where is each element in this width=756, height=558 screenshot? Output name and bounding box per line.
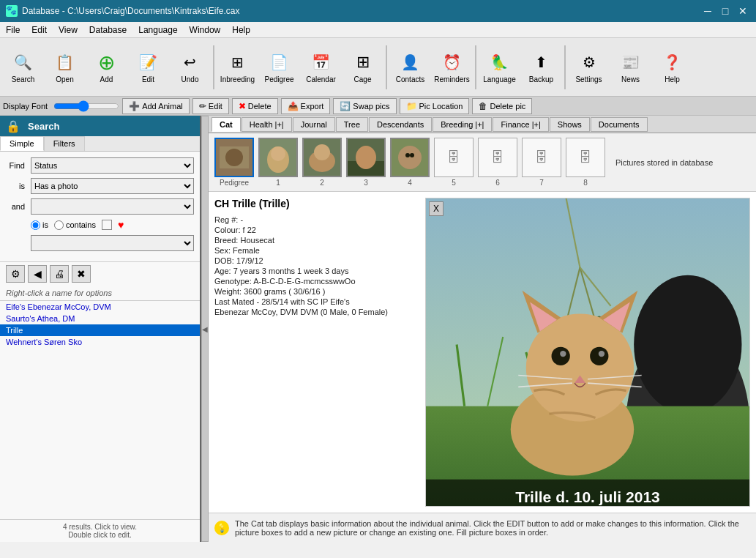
delete-pic-button[interactable]: 🗑 Delete pic (472, 98, 532, 114)
search-settings-btn[interactable]: ⚙ (6, 265, 25, 283)
result-item[interactable]: Saurto's Athea, DM (0, 313, 200, 324)
photo-placeholder-6[interactable]: 🗄 (478, 138, 517, 177)
display-font-label: Display Font (3, 102, 48, 111)
tab-tree[interactable]: Tree (336, 117, 368, 132)
tool-inbreeding[interactable]: ⊞ Inbreeding (217, 42, 258, 93)
photo-placeholder-8[interactable]: 🗄 (566, 138, 605, 177)
close-button[interactable]: ✕ (736, 4, 750, 18)
and-select[interactable] (31, 198, 194, 215)
tool-contacts[interactable]: 👤 Contacts (390, 42, 430, 93)
pic-location-icon: 📁 (406, 101, 417, 111)
info-breed: Breed: Housecat (214, 236, 419, 245)
edit-button[interactable]: ✏ Edit (192, 98, 229, 114)
svg-point-37 (590, 347, 608, 365)
tool-news[interactable]: 📰 News (610, 42, 651, 93)
tool-pedigree[interactable]: 📄 Pedigree (259, 42, 299, 93)
minimize-button[interactable]: ─ (700, 4, 715, 18)
cat-main-photo[interactable]: X (425, 198, 750, 507)
find-select[interactable]: Status Name Breed Colour (31, 157, 194, 174)
photo-thumb-2[interactable] (302, 138, 342, 177)
tab-journal[interactable]: Journal (293, 117, 335, 132)
photo-thumb-1[interactable] (258, 138, 298, 177)
photo-label-5: 5 (452, 179, 456, 187)
svg-point-8 (314, 144, 330, 160)
menu-file[interactable]: File (0, 23, 26, 37)
info-age: Age: 7 years 3 months 1 week 3 days (214, 267, 419, 275)
tab-filters[interactable]: Filters (44, 136, 85, 151)
photo-label-1: 1 (276, 179, 280, 187)
export-button[interactable]: 📤 Export (281, 98, 331, 114)
search-footer: 4 results. Click to view. Double click t… (0, 519, 200, 542)
result-item[interactable]: Eife's Ebenezar McCoy, DVM (0, 301, 200, 313)
svg-point-11 (356, 146, 376, 169)
delete-button[interactable]: ✖ Delete (232, 98, 278, 114)
status-icon: 💡 (214, 521, 229, 535)
info-sex: Sex: Female (214, 246, 419, 255)
result-item-selected[interactable]: Trille (0, 324, 200, 336)
photo-svg-3 (348, 139, 384, 176)
search-print-btn[interactable]: 🖨 (50, 265, 69, 283)
swap-pics-button[interactable]: 🔄 Swap pics (333, 98, 396, 114)
tool-edit[interactable]: 📝 Edit (128, 42, 168, 93)
add-animal-button[interactable]: ➕ Add Animal (122, 98, 190, 114)
extra-select[interactable] (31, 235, 194, 251)
tool-help[interactable]: ❓ Help (652, 42, 692, 93)
photo-thumb-3[interactable] (346, 138, 386, 177)
pic-location-button[interactable]: 📁 Pic Location (400, 98, 470, 114)
tab-documents[interactable]: Documents (591, 117, 648, 132)
db-icon-7: 🗄 (535, 150, 548, 165)
photo-label-6: 6 (495, 179, 500, 187)
tab-simple[interactable]: Simple (0, 136, 44, 151)
result-item[interactable]: Wehnert's Søren Sko (0, 336, 200, 348)
tool-add[interactable]: ⊕ Add (86, 42, 127, 93)
language-icon: 🦜 (488, 51, 512, 74)
menu-window[interactable]: Window (184, 23, 227, 37)
info-reg: Reg #: - (214, 215, 419, 224)
collapse-handle[interactable]: ◀ (201, 116, 209, 542)
menu-edit[interactable]: Edit (26, 23, 53, 37)
tab-health[interactable]: Health |+| (242, 117, 292, 132)
checkbox-filter[interactable] (102, 220, 112, 230)
tool-backup[interactable]: ⬆ Backup (521, 42, 561, 93)
news-icon: 📰 (619, 51, 643, 74)
tool-cage[interactable]: ⊞ Cage (343, 42, 383, 93)
menu-view[interactable]: View (53, 23, 83, 37)
backup-icon: ⬆ (530, 51, 553, 74)
menu-database[interactable]: Database (83, 23, 132, 37)
settings-icon: ⚙ (577, 51, 601, 74)
radio-is[interactable]: is (31, 220, 48, 230)
photo-thumb-4[interactable] (390, 138, 430, 177)
tool-undo[interactable]: ↩ Undo (170, 42, 210, 93)
tool-language[interactable]: 🦜 Language (479, 42, 520, 93)
is-label: is (6, 182, 28, 190)
tab-breeding[interactable]: Breeding |+| (433, 117, 492, 132)
open-icon: 📋 (53, 51, 77, 74)
close-photo-button[interactable]: X (429, 201, 444, 216)
search-back-btn[interactable]: ◀ (28, 265, 47, 283)
statusbar: 💡 The Cat tab displays basic information… (209, 513, 756, 542)
info-colour: Colour: f 22 (214, 226, 419, 234)
maximize-button[interactable]: □ (718, 4, 733, 18)
photo-placeholder-7[interactable]: 🗄 (522, 138, 561, 177)
info-mated-with: Ebenezar McCoy, DVM DVM (0 Male, 0 Femal… (214, 308, 419, 316)
photo-placeholder-5[interactable]: 🗄 (434, 138, 474, 177)
photo-svg-pedigree (216, 139, 252, 176)
tool-reminders[interactable]: ⏰ Reminders (432, 42, 472, 93)
tool-open[interactable]: 📋 Open (45, 42, 85, 93)
tab-finance[interactable]: Finance |+| (493, 117, 548, 132)
menu-language[interactable]: Language (132, 23, 183, 37)
search-export-btn[interactable]: ✖ (72, 265, 91, 283)
tool-search[interactable]: 🔍 Search (3, 42, 43, 93)
tool-calendar[interactable]: 📅 Calendar (301, 42, 341, 93)
font-slider[interactable] (53, 100, 119, 112)
tab-cat[interactable]: Cat (212, 117, 241, 132)
photo-thumb-pedigree[interactable] (214, 138, 254, 177)
radio-contains[interactable]: contains (54, 220, 96, 230)
help-icon: ❓ (661, 51, 684, 74)
tab-descendants[interactable]: Descendants (369, 117, 432, 132)
is-select[interactable]: Has a photo Has no photo Active Inactive (31, 178, 194, 194)
menu-help[interactable]: Help (226, 23, 256, 37)
tab-shows[interactable]: Shows (550, 117, 590, 132)
tool-settings[interactable]: ⚙ Settings (569, 42, 609, 93)
swap-pics-icon: 🔄 (340, 101, 351, 111)
